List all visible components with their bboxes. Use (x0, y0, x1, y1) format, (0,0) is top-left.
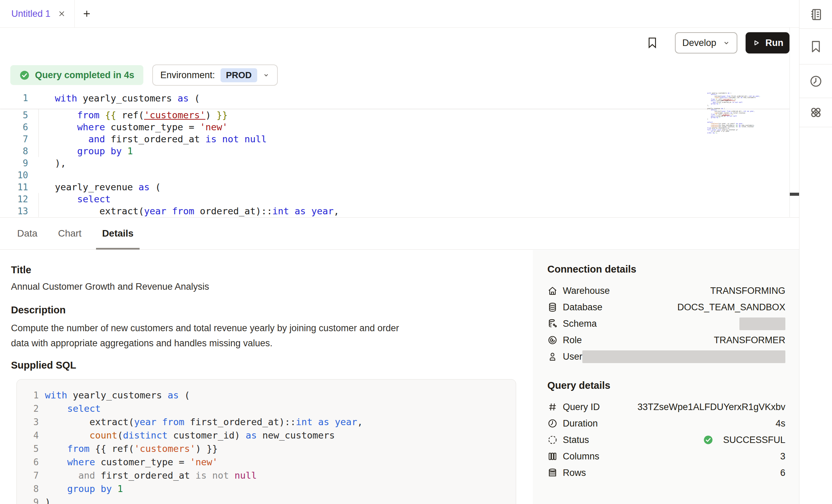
code-text: with yearly_customers as ( (28, 93, 200, 104)
sidebar-button-lineage[interactable] (799, 98, 832, 127)
detail-label: Schema (563, 319, 597, 329)
detail-value: 33TZseWpe1ALFDUYerxR1gVKxbv (638, 402, 785, 412)
run-button-label: Run (765, 38, 783, 48)
detail-value (582, 350, 785, 363)
line-number: 9 (22, 497, 39, 504)
editor-sticky-line[interactable]: 1with yearly_customers as ( (0, 87, 789, 109)
supplied-sql-line: 8 group by 1 (22, 482, 516, 495)
columns-icon (547, 451, 558, 461)
editor-right-divider (789, 27, 790, 217)
editor-line[interactable]: 12 select (0, 193, 789, 205)
connection-details-rows: WarehouseTRANSFORMINGDatabaseDOCS_TEAM_S… (547, 283, 785, 365)
line-number: 12 (0, 194, 28, 204)
lineage-icon (809, 106, 823, 119)
line-number: 9 (0, 158, 28, 168)
query-details-rows: Query ID33TZseWpe1ALFDUYerxR1gVKxbvDurat… (547, 399, 785, 481)
hash-icon (547, 402, 558, 412)
detail-row-user: User (547, 348, 785, 365)
editor-line[interactable]: 9), (0, 157, 789, 169)
supplied-sql-line: 5 from {{ ref('customers') }} (22, 442, 516, 455)
supplied-sql-heading: Supplied SQL (11, 360, 519, 371)
sidebar-button-notebook[interactable] (799, 0, 832, 29)
detail-value: 4s (775, 418, 785, 429)
line-number: 10 (0, 170, 28, 180)
editor-line[interactable]: 11yearly_revenue as ( (0, 181, 789, 193)
new-tab-plus-icon[interactable] (82, 9, 92, 19)
line-number: 1 (22, 390, 39, 400)
detail-row-columns: Columns3 (547, 448, 785, 465)
editor-minimap[interactable]: with yearly_customers as ( select extrac… (707, 93, 765, 136)
code-text: where customer_type = 'new' (28, 122, 228, 132)
detail-value: 6 (780, 468, 785, 478)
indent-guide (38, 109, 39, 121)
editor-line[interactable]: 7 and first_ordered_at is not null (0, 133, 789, 145)
detail-row-query-id: Query ID33TZseWpe1ALFDUYerxR1gVKxbv (547, 399, 785, 415)
line-number: 4 (22, 430, 39, 441)
connection-details-heading: Connection details (547, 264, 785, 275)
chevron-down-icon (723, 39, 730, 47)
status-icon (547, 435, 558, 445)
supplied-sql-line: 9), (22, 495, 516, 504)
bookmark-icon (809, 40, 823, 53)
tab-data[interactable]: Data (16, 217, 38, 250)
sql-editor[interactable]: 1with yearly_customers as (5 from {{ ref… (0, 87, 789, 217)
line-number: 6 (0, 122, 28, 132)
file-tab-untitled-1[interactable]: Untitled 1 (0, 0, 75, 27)
file-tab-label: Untitled 1 (11, 9, 50, 19)
editor-line[interactable]: 13 extract(year from ordered_at)::int as… (0, 205, 789, 217)
line-number: 7 (22, 470, 39, 481)
play-icon (752, 38, 761, 47)
develop-button[interactable]: Develop (675, 32, 737, 53)
chevron-down-icon (263, 72, 270, 79)
develop-button-label: Develop (682, 38, 716, 48)
code-text: from {{ ref('customers') }} (28, 110, 228, 120)
supplied-sql-block: 1with yearly_customers as (2 select3 ext… (16, 379, 516, 504)
redacted-value-bar (582, 350, 785, 363)
editor-line[interactable]: 5 from {{ ref('customers') }} (0, 109, 789, 121)
indent-guide (38, 145, 39, 157)
sidebar-button-history[interactable] (799, 64, 832, 98)
run-button[interactable]: Run (746, 32, 789, 53)
panel-resize-handle[interactable] (790, 193, 799, 196)
code-text: group by 1 (39, 483, 123, 494)
title-value: Annual Customer Growth and Revenue Analy… (11, 281, 519, 292)
code-text: from {{ ref('customers') }} (39, 443, 218, 454)
detail-value: SUCCESSFUL (703, 435, 785, 445)
line-number: 6 (22, 457, 39, 467)
detail-value: TRANSFORMING (710, 286, 785, 296)
tab-chart[interactable]: Chart (57, 217, 82, 250)
detail-row-role: RoleTRANSFORMER (547, 332, 785, 348)
warehouse-icon (547, 286, 558, 296)
detail-label: User (563, 351, 582, 362)
history-icon (809, 74, 823, 88)
detail-value: TRANSFORMER (714, 335, 786, 346)
supplied-sql-line: 7 and first_ordered_at is not null (22, 469, 516, 482)
line-number: 5 (22, 444, 39, 454)
code-text: yearly_revenue as ( (28, 182, 161, 192)
detail-label: Database (563, 302, 603, 313)
editor-line[interactable]: 6 where customer_type = 'new' (0, 121, 789, 133)
supplied-sql-line: 3 extract(year from first_ordered_at)::i… (22, 415, 516, 429)
detail-row-rows: Rows6 (547, 465, 785, 481)
toolbar: Develop Run (647, 32, 789, 54)
query-details-heading: Query details (547, 380, 785, 391)
query-status-text: Query completed in 4s (35, 70, 134, 81)
line-number: 11 (0, 182, 28, 192)
code-text: with yearly_customers as ( (39, 390, 190, 400)
editor-line[interactable]: 8 group by 1 (0, 145, 789, 157)
rows-icon (547, 468, 558, 478)
code-text: select (28, 194, 111, 204)
code-text: ), (28, 158, 66, 168)
sidebar-button-bookmark[interactable] (799, 29, 832, 64)
editor-line[interactable]: 10 (0, 169, 789, 181)
close-icon[interactable] (58, 10, 66, 17)
detail-value: 3 (780, 451, 785, 462)
duration-icon (547, 418, 558, 429)
tab-details[interactable]: Details (102, 217, 134, 250)
environment-selector[interactable]: Environment: PROD (152, 64, 278, 86)
bookmark-icon[interactable] (647, 37, 658, 49)
detail-row-warehouse: WarehouseTRANSFORMING (547, 283, 785, 299)
file-tab-bar: Untitled 1 (0, 0, 799, 28)
detail-row-schema: Schema (547, 315, 785, 332)
supplied-sql-line: 1with yearly_customers as ( (22, 388, 516, 402)
